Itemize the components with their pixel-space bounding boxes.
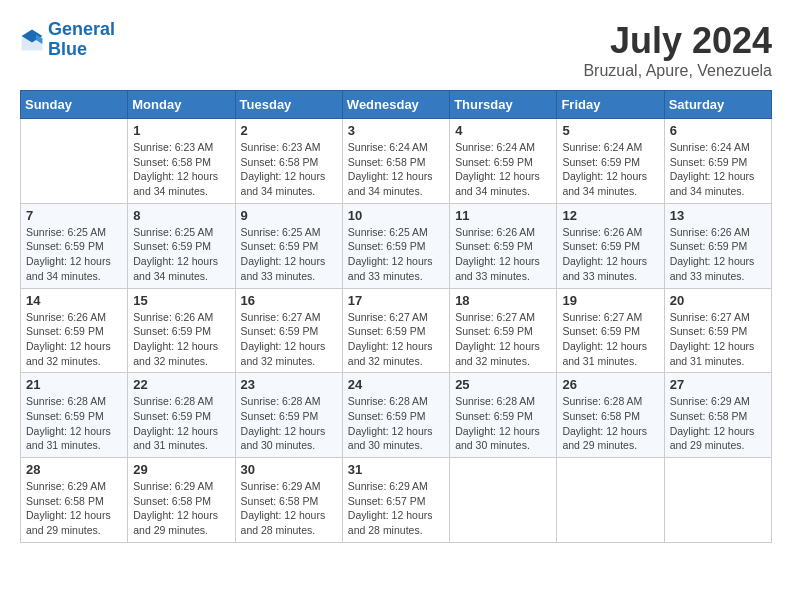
day-number: 29	[133, 462, 229, 477]
calendar-cell: 4Sunrise: 6:24 AM Sunset: 6:59 PM Daylig…	[450, 119, 557, 204]
calendar-cell: 21Sunrise: 6:28 AM Sunset: 6:59 PM Dayli…	[21, 373, 128, 458]
day-info: Sunrise: 6:27 AM Sunset: 6:59 PM Dayligh…	[241, 310, 337, 369]
calendar-cell: 11Sunrise: 6:26 AM Sunset: 6:59 PM Dayli…	[450, 203, 557, 288]
calendar-cell: 1Sunrise: 6:23 AM Sunset: 6:58 PM Daylig…	[128, 119, 235, 204]
day-info: Sunrise: 6:29 AM Sunset: 6:58 PM Dayligh…	[26, 479, 122, 538]
day-number: 23	[241, 377, 337, 392]
day-info: Sunrise: 6:28 AM Sunset: 6:59 PM Dayligh…	[241, 394, 337, 453]
day-info: Sunrise: 6:25 AM Sunset: 6:59 PM Dayligh…	[348, 225, 444, 284]
day-number: 8	[133, 208, 229, 223]
logo: General Blue	[20, 20, 115, 60]
day-number: 10	[348, 208, 444, 223]
calendar-cell: 17Sunrise: 6:27 AM Sunset: 6:59 PM Dayli…	[342, 288, 449, 373]
header-day-tuesday: Tuesday	[235, 91, 342, 119]
day-number: 19	[562, 293, 658, 308]
day-info: Sunrise: 6:24 AM Sunset: 6:59 PM Dayligh…	[670, 140, 766, 199]
calendar-cell: 20Sunrise: 6:27 AM Sunset: 6:59 PM Dayli…	[664, 288, 771, 373]
calendar-cell: 13Sunrise: 6:26 AM Sunset: 6:59 PM Dayli…	[664, 203, 771, 288]
day-info: Sunrise: 6:29 AM Sunset: 6:57 PM Dayligh…	[348, 479, 444, 538]
calendar-cell: 16Sunrise: 6:27 AM Sunset: 6:59 PM Dayli…	[235, 288, 342, 373]
calendar-cell: 29Sunrise: 6:29 AM Sunset: 6:58 PM Dayli…	[128, 458, 235, 543]
day-info: Sunrise: 6:28 AM Sunset: 6:59 PM Dayligh…	[348, 394, 444, 453]
title-area: July 2024 Bruzual, Apure, Venezuela	[583, 20, 772, 80]
header-day-sunday: Sunday	[21, 91, 128, 119]
day-number: 21	[26, 377, 122, 392]
calendar-cell: 25Sunrise: 6:28 AM Sunset: 6:59 PM Dayli…	[450, 373, 557, 458]
logo-icon	[20, 28, 44, 52]
day-number: 15	[133, 293, 229, 308]
day-info: Sunrise: 6:27 AM Sunset: 6:59 PM Dayligh…	[348, 310, 444, 369]
day-info: Sunrise: 6:25 AM Sunset: 6:59 PM Dayligh…	[133, 225, 229, 284]
calendar-cell: 27Sunrise: 6:29 AM Sunset: 6:58 PM Dayli…	[664, 373, 771, 458]
day-info: Sunrise: 6:25 AM Sunset: 6:59 PM Dayligh…	[241, 225, 337, 284]
calendar-cell	[664, 458, 771, 543]
header-day-monday: Monday	[128, 91, 235, 119]
day-number: 22	[133, 377, 229, 392]
day-info: Sunrise: 6:27 AM Sunset: 6:59 PM Dayligh…	[562, 310, 658, 369]
day-info: Sunrise: 6:26 AM Sunset: 6:59 PM Dayligh…	[562, 225, 658, 284]
calendar-cell: 18Sunrise: 6:27 AM Sunset: 6:59 PM Dayli…	[450, 288, 557, 373]
calendar-cell	[557, 458, 664, 543]
day-info: Sunrise: 6:28 AM Sunset: 6:59 PM Dayligh…	[455, 394, 551, 453]
day-info: Sunrise: 6:29 AM Sunset: 6:58 PM Dayligh…	[670, 394, 766, 453]
calendar-cell	[450, 458, 557, 543]
calendar-cell: 30Sunrise: 6:29 AM Sunset: 6:58 PM Dayli…	[235, 458, 342, 543]
day-info: Sunrise: 6:26 AM Sunset: 6:59 PM Dayligh…	[670, 225, 766, 284]
day-number: 28	[26, 462, 122, 477]
calendar-week-3: 14Sunrise: 6:26 AM Sunset: 6:59 PM Dayli…	[21, 288, 772, 373]
day-info: Sunrise: 6:29 AM Sunset: 6:58 PM Dayligh…	[241, 479, 337, 538]
day-info: Sunrise: 6:28 AM Sunset: 6:59 PM Dayligh…	[133, 394, 229, 453]
calendar-cell: 19Sunrise: 6:27 AM Sunset: 6:59 PM Dayli…	[557, 288, 664, 373]
calendar-cell: 28Sunrise: 6:29 AM Sunset: 6:58 PM Dayli…	[21, 458, 128, 543]
calendar-cell: 2Sunrise: 6:23 AM Sunset: 6:58 PM Daylig…	[235, 119, 342, 204]
calendar-cell: 12Sunrise: 6:26 AM Sunset: 6:59 PM Dayli…	[557, 203, 664, 288]
day-number: 30	[241, 462, 337, 477]
day-info: Sunrise: 6:26 AM Sunset: 6:59 PM Dayligh…	[133, 310, 229, 369]
header-day-friday: Friday	[557, 91, 664, 119]
day-number: 25	[455, 377, 551, 392]
logo-text: General Blue	[48, 20, 115, 60]
calendar-cell: 14Sunrise: 6:26 AM Sunset: 6:59 PM Dayli…	[21, 288, 128, 373]
calendar-cell	[21, 119, 128, 204]
day-info: Sunrise: 6:23 AM Sunset: 6:58 PM Dayligh…	[133, 140, 229, 199]
calendar-cell: 10Sunrise: 6:25 AM Sunset: 6:59 PM Dayli…	[342, 203, 449, 288]
calendar-cell: 24Sunrise: 6:28 AM Sunset: 6:59 PM Dayli…	[342, 373, 449, 458]
day-number: 24	[348, 377, 444, 392]
day-number: 16	[241, 293, 337, 308]
calendar-cell: 26Sunrise: 6:28 AM Sunset: 6:58 PM Dayli…	[557, 373, 664, 458]
day-info: Sunrise: 6:27 AM Sunset: 6:59 PM Dayligh…	[455, 310, 551, 369]
calendar-week-1: 1Sunrise: 6:23 AM Sunset: 6:58 PM Daylig…	[21, 119, 772, 204]
header-day-wednesday: Wednesday	[342, 91, 449, 119]
location-title: Bruzual, Apure, Venezuela	[583, 62, 772, 80]
calendar-cell: 22Sunrise: 6:28 AM Sunset: 6:59 PM Dayli…	[128, 373, 235, 458]
calendar-cell: 3Sunrise: 6:24 AM Sunset: 6:58 PM Daylig…	[342, 119, 449, 204]
day-number: 14	[26, 293, 122, 308]
day-info: Sunrise: 6:24 AM Sunset: 6:59 PM Dayligh…	[455, 140, 551, 199]
day-number: 13	[670, 208, 766, 223]
day-info: Sunrise: 6:27 AM Sunset: 6:59 PM Dayligh…	[670, 310, 766, 369]
day-number: 20	[670, 293, 766, 308]
day-number: 9	[241, 208, 337, 223]
day-info: Sunrise: 6:24 AM Sunset: 6:58 PM Dayligh…	[348, 140, 444, 199]
day-number: 18	[455, 293, 551, 308]
day-info: Sunrise: 6:28 AM Sunset: 6:59 PM Dayligh…	[26, 394, 122, 453]
month-title: July 2024	[583, 20, 772, 62]
day-info: Sunrise: 6:29 AM Sunset: 6:58 PM Dayligh…	[133, 479, 229, 538]
day-number: 2	[241, 123, 337, 138]
day-info: Sunrise: 6:25 AM Sunset: 6:59 PM Dayligh…	[26, 225, 122, 284]
calendar-cell: 8Sunrise: 6:25 AM Sunset: 6:59 PM Daylig…	[128, 203, 235, 288]
calendar-cell: 15Sunrise: 6:26 AM Sunset: 6:59 PM Dayli…	[128, 288, 235, 373]
calendar-week-5: 28Sunrise: 6:29 AM Sunset: 6:58 PM Dayli…	[21, 458, 772, 543]
day-number: 27	[670, 377, 766, 392]
day-number: 17	[348, 293, 444, 308]
header-day-thursday: Thursday	[450, 91, 557, 119]
day-info: Sunrise: 6:24 AM Sunset: 6:59 PM Dayligh…	[562, 140, 658, 199]
calendar-cell: 5Sunrise: 6:24 AM Sunset: 6:59 PM Daylig…	[557, 119, 664, 204]
day-number: 11	[455, 208, 551, 223]
day-number: 6	[670, 123, 766, 138]
calendar-cell: 9Sunrise: 6:25 AM Sunset: 6:59 PM Daylig…	[235, 203, 342, 288]
day-number: 4	[455, 123, 551, 138]
day-info: Sunrise: 6:28 AM Sunset: 6:58 PM Dayligh…	[562, 394, 658, 453]
day-info: Sunrise: 6:26 AM Sunset: 6:59 PM Dayligh…	[26, 310, 122, 369]
day-info: Sunrise: 6:23 AM Sunset: 6:58 PM Dayligh…	[241, 140, 337, 199]
